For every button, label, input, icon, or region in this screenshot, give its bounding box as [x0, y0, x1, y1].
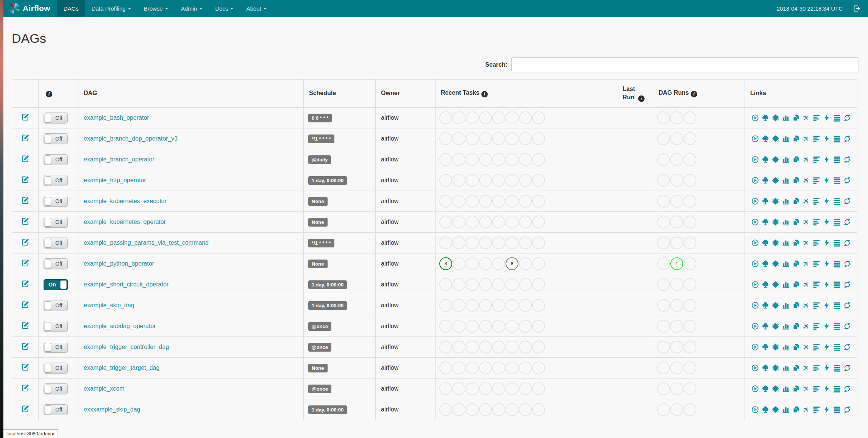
- trigger-dag-icon[interactable]: [751, 197, 759, 205]
- tree-view-icon[interactable]: [762, 385, 769, 393]
- edit-dag-icon[interactable]: [21, 134, 30, 142]
- landing-times-icon[interactable]: ✈: [802, 281, 810, 288]
- landing-times-icon[interactable]: ✈: [802, 197, 810, 205]
- dag-run-circle[interactable]: [670, 320, 683, 333]
- trigger-dag-icon[interactable]: [751, 114, 759, 122]
- task-state-circle[interactable]: [492, 111, 505, 124]
- tree-view-icon[interactable]: [762, 218, 769, 226]
- task-tries-icon[interactable]: [792, 218, 800, 226]
- code-icon[interactable]: [823, 177, 831, 184]
- dag-pause-toggle[interactable]: Off: [44, 154, 68, 165]
- tree-view-icon[interactable]: [762, 343, 769, 351]
- task-state-circle[interactable]: [453, 236, 465, 249]
- task-state-circle[interactable]: [453, 132, 465, 145]
- task-state-circle[interactable]: [479, 403, 492, 416]
- task-state-circle[interactable]: [532, 174, 545, 187]
- task-state-circle[interactable]: [532, 216, 545, 228]
- dag-run-circle[interactable]: [670, 278, 683, 291]
- tree-view-icon[interactable]: [762, 177, 769, 184]
- dag-run-circle[interactable]: [670, 195, 683, 208]
- gantt-icon[interactable]: [813, 302, 820, 309]
- task-duration-icon[interactable]: [782, 114, 790, 122]
- code-icon[interactable]: [823, 197, 831, 205]
- trigger-dag-icon[interactable]: [751, 260, 759, 267]
- task-state-circle[interactable]: [466, 320, 479, 333]
- dag-run-circle[interactable]: [670, 174, 683, 187]
- graph-view-icon[interactable]: [772, 322, 779, 330]
- task-tries-icon[interactable]: [792, 385, 800, 393]
- schedule-badge[interactable]: 1 day, 0:00:00: [308, 301, 347, 310]
- task-state-circle[interactable]: [492, 216, 505, 228]
- task-state-circle[interactable]: [532, 382, 545, 395]
- dag-link[interactable]: example_bash_operator: [84, 114, 149, 121]
- task-state-circle[interactable]: [479, 320, 492, 333]
- dag-run-circle[interactable]: [657, 195, 670, 208]
- task-state-circle[interactable]: [519, 278, 532, 291]
- edit-dag-icon[interactable]: [21, 280, 30, 288]
- graph-view-icon[interactable]: [772, 239, 779, 247]
- info-icon[interactable]: i: [46, 91, 52, 97]
- graph-view-icon[interactable]: [772, 135, 779, 142]
- task-state-circle[interactable]: [532, 153, 545, 166]
- task-state-circle[interactable]: [532, 257, 545, 270]
- logs-icon[interactable]: [833, 218, 841, 226]
- edit-dag-icon[interactable]: [21, 342, 30, 350]
- refresh-icon[interactable]: [843, 302, 851, 309]
- refresh-icon[interactable]: [843, 322, 851, 330]
- dag-link[interactable]: example_skip_dag: [84, 302, 134, 308]
- task-state-circle[interactable]: [453, 111, 465, 124]
- task-state-circle[interactable]: [519, 195, 532, 208]
- code-icon[interactable]: [823, 302, 831, 309]
- trigger-dag-icon[interactable]: [751, 177, 759, 184]
- task-state-circle[interactable]: [506, 403, 518, 416]
- task-state-circle[interactable]: [506, 174, 518, 187]
- code-icon[interactable]: [823, 385, 831, 393]
- task-state-circle[interactable]: 3: [439, 257, 452, 270]
- task-state-circle[interactable]: [492, 341, 505, 354]
- trigger-dag-icon[interactable]: [751, 322, 759, 330]
- task-state-circle[interactable]: [506, 320, 518, 333]
- refresh-icon[interactable]: [843, 218, 851, 226]
- task-state-circle[interactable]: [453, 195, 465, 208]
- gantt-icon[interactable]: [813, 260, 820, 267]
- logout-icon[interactable]: [852, 5, 860, 13]
- dag-run-circle[interactable]: [684, 299, 696, 312]
- dag-run-circle[interactable]: [684, 278, 696, 291]
- schedule-badge[interactable]: 1 day, 0:00:00: [308, 176, 347, 185]
- trigger-dag-icon[interactable]: [751, 135, 759, 142]
- task-state-circle[interactable]: [492, 382, 505, 395]
- task-duration-icon[interactable]: [782, 156, 790, 163]
- task-state-circle[interactable]: [492, 403, 505, 416]
- task-tries-icon[interactable]: [792, 343, 800, 351]
- airflow-brand[interactable]: Airflow: [3, 0, 57, 17]
- logs-icon[interactable]: [833, 114, 841, 122]
- dag-run-circle[interactable]: [670, 299, 683, 312]
- task-state-circle[interactable]: [479, 361, 492, 374]
- dag-run-circle[interactable]: [684, 111, 696, 124]
- trigger-dag-icon[interactable]: [751, 239, 759, 247]
- task-state-circle[interactable]: [453, 278, 465, 291]
- tree-view-icon[interactable]: [762, 406, 769, 413]
- gantt-icon[interactable]: [813, 239, 820, 247]
- task-tries-icon[interactable]: [792, 322, 800, 330]
- gantt-icon[interactable]: [813, 218, 820, 226]
- dag-run-circle[interactable]: [684, 153, 696, 166]
- task-state-circle[interactable]: [439, 132, 452, 145]
- code-icon[interactable]: [823, 343, 831, 351]
- refresh-icon[interactable]: [843, 239, 851, 247]
- nav-item-browse[interactable]: Browse: [137, 0, 175, 17]
- task-state-circle[interactable]: [519, 132, 532, 145]
- task-state-circle[interactable]: [506, 299, 518, 312]
- task-state-circle[interactable]: [492, 132, 505, 145]
- dag-pause-toggle[interactable]: On: [44, 279, 68, 290]
- dag-link[interactable]: example_subdag_operator: [84, 323, 156, 329]
- task-state-circle[interactable]: [439, 236, 452, 249]
- dag-run-circle[interactable]: [657, 361, 670, 374]
- landing-times-icon[interactable]: ✈: [802, 218, 810, 226]
- task-duration-icon[interactable]: [782, 197, 790, 205]
- schedule-badge[interactable]: @once: [308, 322, 331, 331]
- tree-view-icon[interactable]: [762, 197, 769, 205]
- task-state-circle[interactable]: [506, 361, 518, 374]
- task-state-circle[interactable]: [479, 132, 492, 145]
- dag-run-circle[interactable]: [657, 257, 670, 270]
